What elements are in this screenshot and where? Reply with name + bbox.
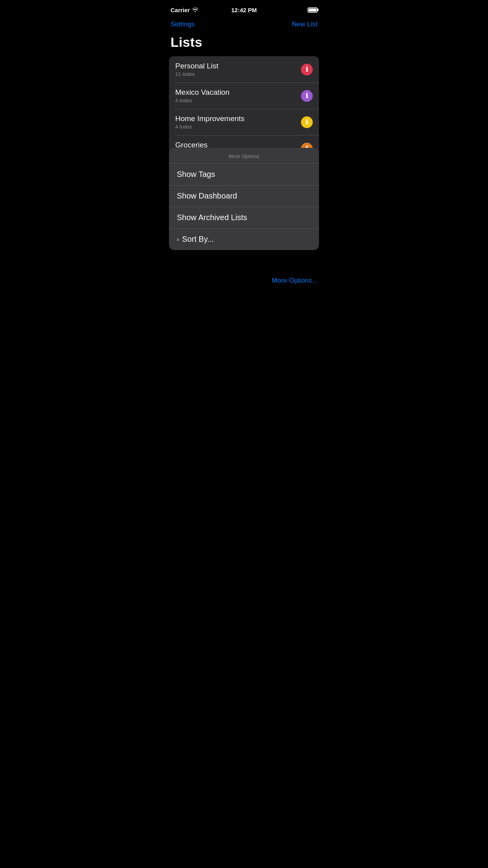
more-options-title: More Options (169, 148, 319, 164)
page-title: Lists (163, 33, 325, 56)
settings-button[interactable]: Settings (171, 20, 194, 28)
list-count: 4 todos (175, 124, 244, 130)
more-options-popup: More Options Show Tags Show Dashboard Sh… (169, 148, 319, 250)
list-count: 4 todos (175, 97, 229, 103)
wifi-icon (192, 7, 198, 13)
info-button[interactable]: ℹ (301, 90, 313, 102)
list-info: Mexico Vacation 4 todos (175, 88, 229, 103)
carrier-text: Carrier (171, 7, 190, 13)
show-archived-lists-label: Show Archived Lists (177, 213, 247, 222)
list-item[interactable]: Mexico Vacation 4 todos ℹ (169, 83, 319, 109)
info-button[interactable]: ℹ (301, 116, 313, 128)
list-item[interactable]: Home Improvements 4 todos ℹ (169, 109, 319, 135)
list-item[interactable]: Personal List 11 todos ℹ (169, 56, 319, 83)
battery-indicator (308, 7, 317, 13)
show-tags-label: Show Tags (177, 170, 215, 179)
carrier-info: Carrier (171, 7, 198, 13)
status-bar: Carrier 12:42 PM (163, 0, 325, 17)
show-tags-button[interactable]: Show Tags (169, 164, 319, 185)
list-info: Home Improvements 4 todos (175, 114, 244, 130)
show-dashboard-label: Show Dashboard (177, 191, 237, 200)
new-list-button[interactable]: New List (292, 20, 317, 28)
battery-icon (308, 7, 317, 13)
more-options-overlay: More Options Show Tags Show Dashboard Sh… (163, 148, 325, 289)
list-name: Personal List (175, 62, 218, 70)
show-dashboard-button[interactable]: Show Dashboard (169, 185, 319, 207)
list-info: Personal List 11 todos (175, 62, 218, 77)
sort-by-button[interactable]: › Sort By... (169, 228, 319, 250)
list-count: 11 todos (175, 71, 218, 77)
nav-bar: Settings New List (163, 17, 325, 33)
list-name: Home Improvements (175, 114, 244, 123)
sort-by-label: Sort By... (182, 235, 214, 244)
time-display: 12:42 PM (231, 7, 257, 13)
show-archived-lists-button[interactable]: Show Archived Lists (169, 207, 319, 228)
chevron-right-icon: › (177, 236, 179, 243)
list-name: Mexico Vacation (175, 88, 229, 97)
bottom-more-options-button[interactable]: More Options... (163, 272, 325, 289)
battery-fill (309, 9, 316, 11)
info-button[interactable]: ℹ (301, 64, 313, 75)
